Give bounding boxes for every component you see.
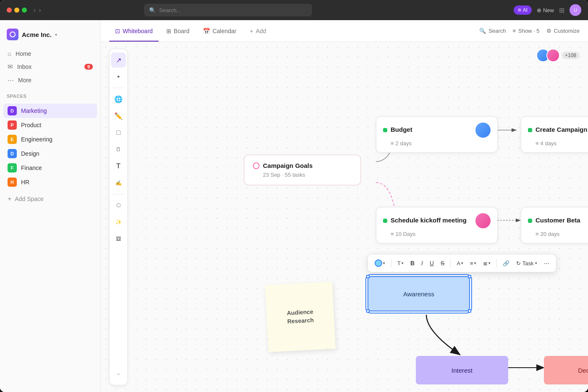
tab-whiteboard[interactable]: ⊡ Whiteboard <box>109 24 159 38</box>
create-campaign-days: 4 days <box>541 140 556 146</box>
tool-image[interactable]: 🖼 <box>111 231 126 246</box>
global-search-bar[interactable]: 🔍 Search... <box>144 4 312 16</box>
hr-dot: H <box>8 178 17 187</box>
budget-card[interactable]: Budget ≡ 2 days <box>376 116 498 153</box>
chevron-down-icon[interactable]: ▾ <box>55 32 57 37</box>
text-color-button[interactable]: A▾ <box>454 259 466 268</box>
list-button[interactable]: ≣▾ <box>480 259 493 268</box>
finance-label: Finance <box>21 165 42 171</box>
task-convert-button[interactable]: ↻ Task ▾ <box>514 259 540 268</box>
color-picker[interactable]: ▾ <box>372 258 388 269</box>
handle-tr[interactable] <box>468 275 471 278</box>
schedule-days: 10 Days <box>396 231 416 237</box>
tool-globe[interactable]: 🌐 <box>111 91 126 107</box>
tab-add[interactable]: + Add <box>244 24 272 38</box>
more-options-button[interactable]: ⋯ <box>541 259 552 268</box>
tt-divider-3 <box>496 259 497 267</box>
maximize-button[interactable] <box>22 8 27 13</box>
customize-action[interactable]: ⚙ Customize <box>546 28 580 34</box>
sidebar-item-more[interactable]: ⋯ More <box>3 73 97 87</box>
sidebar-item-engineering[interactable]: E Engineering <box>3 132 97 146</box>
bold-button[interactable]: B <box>408 258 417 268</box>
awareness-box[interactable]: Awareness <box>368 276 470 311</box>
sidebar-item-inbox[interactable]: ✉ Inbox 9 <box>3 60 97 73</box>
tool-more[interactable]: ··· <box>111 366 126 382</box>
color-chevron: ▾ <box>383 261 385 265</box>
green-status-dot-2 <box>528 128 532 132</box>
campaign-goals-title: Campaign Goals <box>263 162 312 169</box>
interest-box[interactable]: Interest <box>416 356 508 384</box>
home-icon: ⌂ <box>8 50 11 57</box>
campaign-date: 23 Sep <box>263 172 280 178</box>
new-button[interactable]: ⊕ New <box>537 7 554 13</box>
whiteboard-canvas[interactable]: ↗ ✦ 🌐 ✏️ □ 🗒 T ✍ ⬡ ✨ 🖼 ··· <box>101 42 588 392</box>
circle-icon <box>253 162 260 169</box>
handle-bl[interactable] <box>366 309 370 313</box>
product-label: Product <box>21 122 41 128</box>
customize-icon: ⚙ <box>546 28 551 34</box>
minimize-button[interactable] <box>14 8 19 13</box>
tool-sparkle[interactable]: ✨ <box>111 214 126 230</box>
align-button[interactable]: ≡▾ <box>467 259 479 268</box>
marketing-dot: D <box>8 106 17 115</box>
tt-divider-1 <box>391 259 391 267</box>
tool-shape[interactable]: □ <box>111 125 126 140</box>
search-placeholder: Search... <box>159 7 181 13</box>
tool-pen[interactable]: ✏️ <box>111 108 126 123</box>
tool-draw[interactable]: ✍ <box>111 175 126 191</box>
sidebar-item-home[interactable]: ⌂ Home <box>3 47 97 60</box>
sidebar-item-marketing[interactable]: D Marketing <box>3 104 97 118</box>
collaborators-avatars: +108 <box>536 49 580 62</box>
italic-button[interactable]: I <box>419 258 425 268</box>
handle-tl[interactable] <box>366 275 370 278</box>
create-campaign-card[interactable]: Create Campaign ≡ 4 days <box>521 116 588 153</box>
link-button[interactable]: 🔗 <box>500 259 512 268</box>
font-size-button[interactable]: T▾ <box>395 259 406 268</box>
tool-select[interactable]: ↗ <box>111 52 126 68</box>
customer-beta-card[interactable]: Customer Beta ≡ 20 days <box>521 207 588 243</box>
plus-icon: ⊕ <box>537 7 541 13</box>
campaign-goals-card[interactable]: Campaign Goals 23 Sep · 55 tasks <box>244 154 361 186</box>
forward-arrow[interactable]: › <box>39 7 41 13</box>
inbox-badge: 9 <box>84 64 93 70</box>
tab-board[interactable]: ⊞ Board <box>160 24 195 38</box>
tool-note[interactable]: 🗒 <box>111 142 126 157</box>
ai-badge[interactable]: AI <box>514 5 532 15</box>
add-space-button[interactable]: + Add Space <box>0 193 100 205</box>
task-chevron: ▾ <box>535 261 537 265</box>
sidebar-item-product[interactable]: P Product <box>3 118 97 132</box>
company-name: Acme Inc. <box>22 31 52 38</box>
sidebar-item-design[interactable]: D Design <box>3 146 97 161</box>
campaign-dot: · <box>282 172 285 178</box>
handle-br[interactable] <box>468 309 471 313</box>
grid-icon[interactable]: ⊞ <box>559 6 564 14</box>
budget-days: 2 days <box>396 140 412 146</box>
underline-button[interactable]: U <box>427 258 436 268</box>
new-label: New <box>543 7 554 13</box>
whiteboard-toolbar: ↗ ✦ 🌐 ✏️ □ 🗒 T ✍ ⬡ ✨ 🖼 ··· <box>109 49 128 385</box>
sidebar-home-label: Home <box>16 50 31 57</box>
search-action[interactable]: 🔍 Search <box>479 28 506 34</box>
ai-label: AI <box>523 7 528 13</box>
sticky-note[interactable]: Audience Research <box>265 282 336 352</box>
tab-calendar[interactable]: 📅 Calendar <box>197 24 242 38</box>
show-action[interactable]: ≡ Show · 5 <box>512 28 539 34</box>
strikethrough-button[interactable]: S <box>438 258 447 268</box>
schedule-kickoff-card[interactable]: Schedule kickoff meeting ≡ 10 Days <box>376 207 498 243</box>
tool-magic[interactable]: ✦ <box>111 69 126 84</box>
back-arrow[interactable]: ‹ <box>34 7 36 13</box>
design-dot: D <box>8 149 17 158</box>
user-avatar[interactable]: U <box>570 4 581 16</box>
decision-box[interactable]: Decision <box>544 356 588 384</box>
spaces-section: Spaces <box>0 87 100 104</box>
nav-arrows: ‹ › <box>34 7 41 13</box>
tool-text[interactable]: T <box>111 159 126 174</box>
refresh-icon: ↻ <box>516 260 521 267</box>
awareness-label: Awareness <box>403 290 434 298</box>
sidebar-item-hr[interactable]: H HR <box>3 175 97 189</box>
customer-beta-title: Customer Beta <box>536 217 580 224</box>
tool-network[interactable]: ⬡ <box>111 198 126 213</box>
whiteboard-icon: ⊡ <box>115 28 120 34</box>
sidebar-item-finance[interactable]: F Finance <box>3 161 97 175</box>
close-button[interactable] <box>7 8 12 13</box>
